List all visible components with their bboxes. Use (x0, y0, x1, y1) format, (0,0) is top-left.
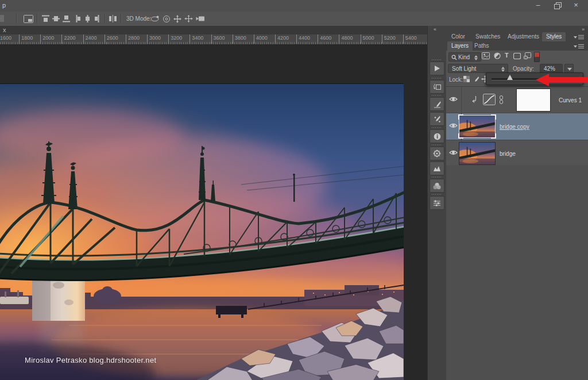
brush-presets-icon[interactable] (430, 97, 444, 111)
layer-filter-kind-dropdown[interactable]: Kind (448, 52, 481, 62)
panel-expand-icon[interactable]: » (582, 26, 585, 32)
smart-object-filter-icon[interactable] (524, 52, 531, 59)
filter-toggle[interactable] (534, 52, 540, 62)
align-center-icon[interactable] (84, 14, 91, 23)
panel-menu-icon[interactable] (577, 34, 585, 40)
layer-row-bridge[interactable]: bridge (446, 140, 588, 167)
adjustment-filter-icon[interactable] (494, 52, 501, 59)
dock-collapse-icon[interactable]: « (434, 26, 436, 32)
pan-3d-icon[interactable] (173, 14, 181, 23)
opacity-dropdown-button[interactable] (564, 64, 574, 73)
clipping-mask-arrow-icon (471, 96, 477, 103)
mask-link-icon[interactable] (499, 95, 504, 104)
pixel-filter-icon[interactable] (482, 52, 490, 59)
cropped-tool-icon (0, 15, 4, 22)
history-icon[interactable] (430, 80, 444, 94)
panel-icon-dock: « (427, 26, 447, 380)
layers-panel-menu-icon[interactable] (577, 44, 585, 49)
layers-list: Curves 1 (446, 86, 588, 167)
search-icon (451, 55, 457, 60)
blend-mode-dropdown[interactable]: Soft Light (448, 64, 508, 73)
ruler-label: 3400 (189, 34, 203, 44)
lock-paint-icon[interactable] (473, 76, 479, 83)
actions-icon[interactable] (430, 62, 444, 75)
document-tab-close[interactable]: x (3, 26, 6, 33)
tab-layers[interactable]: Layers (447, 41, 473, 51)
layer-row-curves[interactable]: Curves 1 (446, 87, 588, 113)
curves-adjustment-icon[interactable] (483, 94, 496, 105)
opacity-value-field[interactable]: 42% (540, 64, 563, 73)
opacity-label: Opacity: (513, 66, 534, 72)
tab-adjustments[interactable]: Adjustments (504, 32, 543, 41)
info-icon[interactable] (430, 129, 444, 143)
layer-name[interactable]: Curves 1 (559, 97, 582, 103)
document-canvas-image[interactable] (0, 83, 404, 380)
photoshop-window: p – × 3D (0, 0, 588, 380)
menu-fragment: p (2, 2, 6, 9)
blend-mode-value: Soft Light (452, 66, 476, 72)
ruler-label: 2400 (83, 34, 97, 44)
slide-3d-icon[interactable] (184, 14, 193, 23)
color-themes-icon[interactable] (430, 179, 444, 193)
tool-presets-icon[interactable] (430, 196, 444, 210)
ruler-label: 2800 (126, 34, 140, 44)
tab-swatches[interactable]: Swatches (471, 32, 504, 41)
tab-styles[interactable]: Styles (542, 32, 566, 41)
ruler-label: 4800 (339, 34, 353, 44)
kind-label: Kind (458, 54, 470, 60)
roll-3d-icon[interactable] (163, 14, 171, 23)
window-icon[interactable] (24, 14, 33, 23)
visibility-eye-icon[interactable] (449, 96, 458, 102)
shape-filter-icon[interactable] (513, 53, 521, 59)
lock-label: Lock: (449, 76, 463, 83)
align-top-icon[interactable] (41, 14, 50, 23)
camera-3d-icon[interactable] (196, 14, 205, 23)
histogram-icon[interactable] (430, 162, 444, 175)
align-middle-icon[interactable] (52, 14, 60, 23)
tab-color[interactable]: Color (447, 32, 469, 41)
layer-name[interactable]: bridge (500, 151, 516, 157)
bridge-sunset-photo (0, 84, 404, 380)
photo-watermark: Miroslav Petrasko blog.hdrshooter.net (25, 356, 156, 364)
align-right-icon[interactable] (94, 14, 102, 23)
layer-row-bridge-copy[interactable]: bridge copy (446, 113, 588, 140)
ruler-label: 3800 (233, 34, 246, 44)
ruler-label: 4200 (275, 34, 289, 44)
align-bottom-icon[interactable] (62, 14, 71, 23)
distribute-icon[interactable] (109, 14, 117, 23)
options-bar: 3D Mode: Essentials (0, 11, 588, 26)
visibility-eye-icon[interactable] (449, 122, 458, 129)
layer-mask-thumbnail[interactable] (516, 89, 551, 112)
minimize-button[interactable]: – (531, 1, 545, 10)
ruler-label: 4600 (318, 34, 331, 44)
ruler-label: 2600 (105, 34, 118, 44)
type-filter-icon[interactable]: T (505, 52, 509, 59)
restore-button[interactable] (550, 1, 563, 10)
panel-tab-group-2: Layers Paths (446, 41, 588, 51)
ruler-label: 4000 (254, 34, 268, 44)
document-tab-strip (0, 26, 427, 35)
close-button[interactable]: × (569, 1, 583, 10)
ruler-label: 5400 (403, 34, 417, 44)
orbit-3d-icon[interactable] (150, 14, 160, 23)
layer-thumbnail[interactable] (459, 115, 496, 138)
visibility-eye-icon[interactable] (449, 149, 458, 156)
navigator-wheel-icon[interactable] (430, 147, 444, 160)
ruler-label: 5000 (361, 34, 374, 44)
layers-panel-empty-area (446, 165, 588, 380)
ruler-label: 3600 (211, 34, 225, 44)
layer-thumbnail[interactable] (459, 142, 496, 165)
align-left-icon[interactable] (74, 14, 81, 23)
layer-name[interactable]: bridge copy (500, 124, 529, 130)
horizontal-ruler[interactable]: 1600180020002200240026002800300032003400… (0, 34, 427, 45)
lock-transparency-icon[interactable] (463, 76, 470, 82)
opacity-slider-thumb[interactable] (507, 75, 513, 80)
layers-panel-body: Kind T Soft Light Opacity: 42% (446, 51, 588, 380)
brush-settings-icon[interactable] (430, 112, 444, 126)
ruler-label: 1600 (0, 34, 11, 44)
panel-tab-group-1: Color Swatches Adjustments Styles (446, 32, 588, 41)
tab-paths[interactable]: Paths (470, 41, 493, 51)
ruler-label: 5200 (382, 34, 396, 44)
ruler-label: 3000 (147, 34, 161, 44)
title-bar: p – × (0, 0, 588, 12)
